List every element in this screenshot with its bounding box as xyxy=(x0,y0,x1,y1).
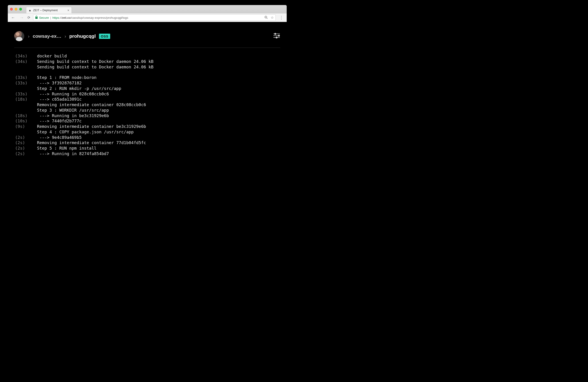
log-timestamp: (18s) xyxy=(14,113,37,118)
nav-back-button[interactable]: ← xyxy=(10,15,16,21)
log-timestamp xyxy=(14,129,37,135)
log-timestamp: (2s) xyxy=(14,145,37,151)
browser-menu-button[interactable]: ⋮ xyxy=(278,15,284,20)
log-blank-row xyxy=(14,69,280,75)
log-timestamp xyxy=(14,102,37,108)
breadcrumb-project[interactable]: cowsay-ex… xyxy=(33,33,61,39)
bookmark-star-icon[interactable]: ☆ xyxy=(271,16,274,20)
log-message: ---> Running in 8274fa854bd7 xyxy=(37,151,109,157)
url-host: zeit.co xyxy=(62,16,71,20)
log-row: (10s) ---> 7440fd2b777c xyxy=(14,118,280,124)
url-scheme: https xyxy=(52,16,59,20)
settings-sliders-icon[interactable] xyxy=(273,33,280,40)
deployment-header: › cowsay-ex… › prohugcqgl OSS xyxy=(14,31,280,41)
log-row: (34s)docker build xyxy=(14,53,280,59)
log-row: Step 2 : RUN mkdir -p /usr/src/app xyxy=(14,86,280,91)
log-row: (2s)Step 5 : RUN npm install xyxy=(14,145,280,151)
log-row: (2s) ---> Running in 8274fa854bd7 xyxy=(14,151,280,157)
log-timestamp: (2s) xyxy=(14,135,37,140)
secure-label: Secure xyxy=(39,16,49,20)
log-message: Sending build context to Docker daemon 2… xyxy=(37,59,153,64)
log-message: Step 2 : RUN mkdir -p /usr/src/app xyxy=(37,86,121,91)
url-separator: | xyxy=(50,16,51,20)
log-row: Sending build context to Docker daemon 2… xyxy=(14,64,280,70)
nav-forward-button[interactable]: → xyxy=(19,15,25,21)
build-logs: (34s)docker build(34s)Sending build cont… xyxy=(14,53,280,157)
log-row: Removing intermediate container 028c08cc… xyxy=(14,102,280,108)
page-content: › cowsay-ex… › prohugcqgl OSS (34s)docke… xyxy=(8,22,287,159)
log-timestamp: (33s) xyxy=(14,75,37,80)
window-controls xyxy=(10,8,26,11)
svg-point-5 xyxy=(274,33,276,35)
browser-tab-active[interactable]: ▲ ZEIT – Deployment × xyxy=(26,7,72,13)
log-message: Step 4 : COPY package.json /usr/src/app xyxy=(37,129,134,135)
log-message: Removing intermediate container 77d1b04f… xyxy=(37,140,146,145)
tab-close-button[interactable]: × xyxy=(67,8,69,12)
log-timestamp: (33s) xyxy=(14,91,37,97)
divider xyxy=(14,47,280,48)
log-timestamp: (2s) xyxy=(14,151,37,157)
chevron-right-icon: › xyxy=(64,33,66,39)
log-message: ---> Running in be3c31929e6b xyxy=(37,113,109,118)
avatar[interactable] xyxy=(14,31,24,41)
log-row: (33s) ---> Running in 028c08ccb0c6 xyxy=(14,91,280,97)
tab-favicon: ▲ xyxy=(29,9,31,12)
breadcrumb: › cowsay-ex… › prohugcqgl OSS xyxy=(28,33,110,39)
log-row: (33s)Step 1 : FROM node:boron xyxy=(14,75,280,80)
log-message: ---> c65ada13091c xyxy=(37,96,82,102)
svg-line-1 xyxy=(267,18,268,19)
tab-title: ZEIT – Deployment xyxy=(33,9,58,12)
log-row: (2s) ---> 9e4c89a469b5 xyxy=(14,135,280,140)
log-row: (2s)Removing intermediate container 77d1… xyxy=(14,140,280,145)
log-message: Step 3 : WORKDIR /usr/src/app xyxy=(37,108,109,113)
log-message: ---> Running in 028c08ccb0c6 xyxy=(37,91,109,97)
log-row: Step 4 : COPY package.json /usr/src/app xyxy=(14,129,280,135)
log-timestamp: (34s) xyxy=(14,53,37,59)
svg-point-9 xyxy=(276,37,277,38)
log-message: Removing intermediate container 028c08cc… xyxy=(37,102,146,108)
url-path: /cassilup/cowsay-express/prohugcqgl/logs xyxy=(71,16,128,20)
log-timestamp: (2s) xyxy=(14,140,37,145)
svg-point-7 xyxy=(278,35,280,36)
window-zoom-button[interactable] xyxy=(19,8,22,11)
log-timestamp xyxy=(14,64,37,70)
log-row: (34s)Sending build context to Docker dae… xyxy=(14,59,280,64)
log-timestamp: (34s) xyxy=(14,59,37,64)
browser-toolbar: ← → ⟳ Secure | https://zeit.co/cassilup/… xyxy=(8,13,287,22)
log-row: (33s) ---> 3f3928767182 xyxy=(14,80,280,86)
log-message: ---> 7440fd2b777c xyxy=(37,118,82,124)
lock-icon xyxy=(35,16,38,20)
log-message: docker build xyxy=(37,53,67,59)
browser-window: ▲ ZEIT – Deployment × ← → ⟳ Secure | htt… xyxy=(8,5,287,159)
log-timestamp xyxy=(14,86,37,91)
log-row: (18s) ---> Running in be3c31929e6b xyxy=(14,113,280,118)
chevron-right-icon: › xyxy=(28,33,29,39)
log-timestamp: (10s) xyxy=(14,118,37,124)
log-timestamp xyxy=(14,108,37,113)
zoom-icon[interactable] xyxy=(264,16,268,20)
reload-button[interactable]: ⟳ xyxy=(27,16,30,20)
log-message: Removing intermediate container be3c3192… xyxy=(37,124,146,129)
log-message: Sending build context to Docker daemon 2… xyxy=(37,64,153,70)
address-bar[interactable]: Secure | https://zeit.co/cassilup/cowsay… xyxy=(33,14,276,21)
window-close-button[interactable] xyxy=(10,8,13,11)
breadcrumb-deployment[interactable]: prohugcqgl xyxy=(69,33,96,39)
log-timestamp: (33s) xyxy=(14,80,37,86)
log-row: (18s) ---> c65ada13091c xyxy=(14,96,280,102)
log-timestamp: (9s) xyxy=(14,124,37,129)
window-minimize-button[interactable] xyxy=(15,8,17,11)
log-message: ---> 3f3928767182 xyxy=(37,80,82,86)
url-text: https://zeit.co/cassilup/cowsay-express/… xyxy=(52,16,128,20)
log-row: Step 3 : WORKDIR /usr/src/app xyxy=(14,108,280,113)
oss-badge: OSS xyxy=(99,34,110,39)
log-message: Step 1 : FROM node:boron xyxy=(37,75,96,80)
log-timestamp: (18s) xyxy=(14,96,37,102)
browser-tab-strip: ▲ ZEIT – Deployment × xyxy=(8,5,287,13)
log-message: ---> 9e4c89a469b5 xyxy=(37,135,82,140)
log-row: (9s)Removing intermediate container be3c… xyxy=(14,124,280,129)
log-message: Step 5 : RUN npm install xyxy=(37,145,96,151)
